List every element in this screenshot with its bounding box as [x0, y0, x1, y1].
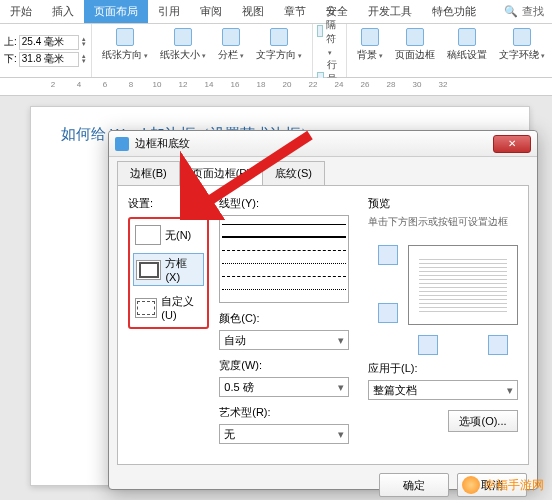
- spinner-icon[interactable]: ▲▼: [81, 54, 87, 64]
- page-border-button[interactable]: 页面边框: [389, 26, 441, 75]
- preview-hint: 单击下方图示或按钮可设置边框: [368, 215, 518, 229]
- setting-custom[interactable]: 自定义(U): [133, 292, 204, 323]
- ribbon-toolbar: 上: ▲▼ 下: ▲▼ 纸张方向 纸张大小 分栏 文字方向 分隔符 行号 背景 …: [0, 24, 552, 78]
- tab-features[interactable]: 特色功能: [422, 0, 486, 23]
- watermark-icon: [462, 476, 480, 494]
- tab-insert[interactable]: 插入: [42, 0, 84, 23]
- width-label: 宽度(W):: [219, 358, 358, 373]
- tab-shading[interactable]: 底纹(S): [262, 161, 325, 185]
- borders-shading-dialog: 边框和底纹 ✕ 边框(B) 页面边框(P) 底纹(S) 设置: 无(N) 方框(…: [108, 130, 538, 490]
- art-combo[interactable]: 无: [219, 424, 349, 444]
- ribbon-tabs: 开始 插入 页面布局 引用 审阅 视图 章节 安全 开发工具 特色功能 🔍 查找: [0, 0, 552, 24]
- settings-label: 设置:: [128, 196, 209, 211]
- margin-top-label: 上:: [4, 35, 17, 49]
- dialog-title-text: 边框和底纹: [135, 136, 190, 151]
- tab-review[interactable]: 审阅: [190, 0, 232, 23]
- settings-column: 设置: 无(N) 方框(X) 自定义(U): [128, 196, 209, 454]
- columns-icon: [222, 28, 240, 46]
- setting-none[interactable]: 无(N): [133, 223, 204, 247]
- text-wrap-button[interactable]: 文字环绕: [493, 26, 551, 75]
- breaks-icon: [317, 25, 323, 37]
- preview-column: 预览 单击下方图示或按钮可设置边框 应用于(L): 整篇文档 选项(O)...: [368, 196, 518, 454]
- style-column: 线型(Y): 颜色(C): 自动 宽度(W): 0.5 磅 艺术型(R): 无: [219, 196, 358, 454]
- dialog-body: 设置: 无(N) 方框(X) 自定义(U) 线型(Y):: [117, 185, 529, 465]
- tab-references[interactable]: 引用: [148, 0, 190, 23]
- edge-bottom-button[interactable]: [378, 303, 398, 323]
- apply-combo[interactable]: 整篇文档: [368, 380, 518, 400]
- line-style-list[interactable]: [219, 215, 349, 303]
- ok-button[interactable]: 确定: [379, 473, 449, 497]
- close-button[interactable]: ✕: [493, 135, 531, 153]
- setting-box[interactable]: 方框(X): [133, 253, 204, 286]
- edge-top-button[interactable]: [378, 245, 398, 265]
- columns-button[interactable]: 分栏: [212, 26, 250, 75]
- art-label: 艺术型(R):: [219, 405, 358, 420]
- dialog-titlebar[interactable]: 边框和底纹 ✕: [109, 131, 537, 157]
- edge-left-button[interactable]: [418, 335, 438, 355]
- pageborder-icon: [406, 28, 424, 46]
- apply-label: 应用于(L):: [368, 361, 518, 376]
- textwrap-icon: [513, 28, 531, 46]
- ruler-marks: 2468101214161820222426283032: [40, 80, 552, 89]
- preview-area: [368, 235, 518, 355]
- custom-icon: [135, 298, 157, 318]
- page-setup-group: 纸张方向 纸张大小 分栏 文字方向: [92, 24, 313, 77]
- tab-devtools[interactable]: 开发工具: [358, 0, 422, 23]
- edge-right-button[interactable]: [488, 335, 508, 355]
- breaks-button[interactable]: 分隔符: [317, 4, 342, 57]
- width-combo[interactable]: 0.5 磅: [219, 377, 349, 397]
- tab-pagelayout[interactable]: 页面布局: [84, 0, 148, 23]
- bg-group: 背景 页面边框 稿纸设置 文字环绕: [347, 24, 552, 77]
- tab-border[interactable]: 边框(B): [117, 161, 180, 185]
- margin-top-input[interactable]: [19, 35, 79, 50]
- margin-bottom-label: 下:: [4, 52, 17, 66]
- tab-page-border[interactable]: 页面边框(P): [179, 161, 264, 185]
- bg-icon: [361, 28, 379, 46]
- background-button[interactable]: 背景: [351, 26, 389, 75]
- dialog-tabs: 边框(B) 页面边框(P) 底纹(S): [109, 157, 537, 185]
- close-icon: ✕: [508, 138, 516, 149]
- watermark: 幸福手游网: [462, 476, 544, 494]
- preview-page[interactable]: [408, 245, 518, 325]
- settings-highlight-box: 无(N) 方框(X) 自定义(U): [128, 217, 209, 329]
- options-button[interactable]: 选项(O)...: [448, 410, 518, 432]
- spinner-icon[interactable]: ▲▼: [81, 37, 87, 47]
- orientation-button[interactable]: 纸张方向: [96, 26, 154, 75]
- tab-view[interactable]: 视图: [232, 0, 274, 23]
- color-combo[interactable]: 自动: [219, 330, 349, 350]
- linestyle-label: 线型(Y):: [219, 196, 358, 211]
- preview-label: 预览: [368, 196, 518, 211]
- box-icon: [136, 260, 161, 280]
- manuscript-button[interactable]: 稿纸设置: [441, 26, 493, 75]
- margins-group: 上: ▲▼ 下: ▲▼: [0, 24, 92, 77]
- tab-start[interactable]: 开始: [0, 0, 42, 23]
- size-icon: [174, 28, 192, 46]
- orientation-icon: [116, 28, 134, 46]
- margin-bottom-input[interactable]: [19, 52, 79, 67]
- dialog-app-icon: [115, 137, 129, 151]
- watermark-text: 幸福手游网: [484, 477, 544, 494]
- tab-section[interactable]: 章节: [274, 0, 316, 23]
- breaks-group: 分隔符 行号: [313, 24, 347, 77]
- search-command[interactable]: 🔍 查找: [496, 0, 552, 23]
- horizontal-ruler[interactable]: 2468101214161820222426283032: [0, 78, 552, 96]
- search-icon: 🔍: [504, 5, 518, 18]
- textdir-icon: [270, 28, 288, 46]
- color-label: 颜色(C):: [219, 311, 358, 326]
- none-icon: [135, 225, 161, 245]
- paper-size-button[interactable]: 纸张大小: [154, 26, 212, 75]
- text-direction-button[interactable]: 文字方向: [250, 26, 308, 75]
- manuscript-icon: [458, 28, 476, 46]
